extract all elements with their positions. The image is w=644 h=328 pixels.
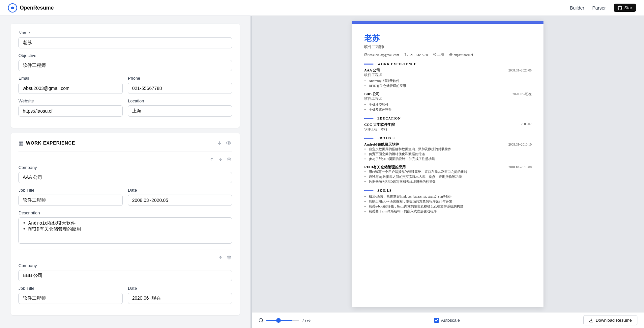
move-down-button[interactable] — [216, 140, 223, 146]
resume-bullet-item: 自定义数据库的搭建和数据查询、添加及数据的封装操作 — [369, 147, 532, 151]
resume-bullet-item: 数据来源为RFID读写器和天线读进来的标签数 — [369, 179, 532, 184]
resume-school-1: CCC 大学软件学院 — [364, 122, 395, 127]
resume-bullet-item: Android在线聊天软件 — [369, 79, 532, 83]
work-experience-section: ▦ WORK EXPERIENCE — [11, 133, 240, 315]
resume-location: 上海 — [433, 52, 444, 57]
zoom-slider[interactable] — [266, 320, 299, 321]
resume-phone: 021-55667788 — [404, 52, 428, 57]
resume-work-1-header: AAA 公司 2008.03~2020.05 — [364, 68, 532, 73]
svg-point-4 — [434, 54, 435, 55]
phone-group: Phone — [128, 76, 232, 98]
resume-project-date-1: 2008.03~2010.10 — [509, 143, 532, 146]
resume-bullet-item: 手机多媒体软件 — [369, 107, 532, 112]
download-resume-button[interactable]: Download Resume — [583, 315, 637, 325]
navbar: OpenResume Builder Parser Star — [0, 0, 644, 16]
location-input[interactable] — [128, 105, 232, 117]
name-input[interactable] — [18, 37, 232, 48]
resume-company-2: BBB 公司 — [364, 92, 380, 96]
date-2-label: Date — [128, 286, 232, 291]
work-section-line — [364, 64, 373, 65]
resume-project-2: RFID有关仓储管理的应用 2010.10~2013.08 用c#编写一个用户端… — [364, 165, 532, 184]
company-2-input[interactable] — [18, 270, 232, 281]
company-1-input[interactable] — [18, 172, 232, 183]
phone-icon — [404, 53, 408, 56]
resume-jobtitle-1: 软件工程师 — [364, 73, 532, 77]
builder-link[interactable]: Builder — [570, 5, 584, 11]
entry-1-move-down-button[interactable] — [218, 156, 223, 162]
email-input[interactable] — [18, 83, 123, 94]
resume-work-1: AAA 公司 2008.03~2020.05 软件工程师 Android在线聊天… — [364, 68, 532, 88]
resume-bullet-item: 熟悉基于arm体系结构下的嵌入式底层驱动程序 — [369, 209, 532, 214]
eye-icon — [226, 140, 231, 146]
preview-content: 老苏 软件工程师 wbsu2003@gmail.com 021-55667788 — [252, 16, 644, 312]
resume-date-1: 2008.03~2020.05 — [509, 68, 532, 72]
resume-edu-1-header: CCC 大学软件学院 2008.07 — [364, 122, 532, 127]
resume-project-1: Android在线聊天软件 2008.03~2010.10 自定义数据库的搭建和… — [364, 142, 532, 161]
trash-icon — [227, 255, 231, 260]
objective-input[interactable] — [18, 60, 232, 71]
resume-skills-bullets: 精通c语言，熟练掌握html, css, javascript, struts2… — [364, 194, 532, 214]
website-input[interactable] — [18, 105, 123, 117]
resume-bullet-item: 熟悉u-boot的移植，linux内核的裁剪及移植以及根文件系统的构建 — [369, 204, 532, 209]
description-1-label: Description — [18, 210, 232, 215]
website-group: Website — [18, 98, 123, 117]
email-phone-row: Email Phone — [18, 76, 232, 98]
objective-group: Objective — [18, 53, 232, 71]
jobtitle-2-input[interactable] — [18, 293, 123, 304]
resume-project-name-1: Android在线聊天软件 — [364, 142, 399, 147]
resume-company-1: AAA 公司 — [364, 68, 380, 73]
zoom-control: 77% — [258, 318, 310, 323]
work-icon: ▦ — [18, 140, 23, 146]
resume-top-bar — [352, 21, 543, 24]
show-hide-button[interactable] — [225, 140, 232, 146]
trash-icon — [227, 157, 231, 162]
parser-link[interactable]: Parser — [592, 5, 606, 11]
arrow-up-icon — [210, 157, 214, 162]
work-section-title: WORK EXPERIENCE — [26, 140, 75, 146]
arrow-down-icon — [218, 157, 223, 162]
section-title-row: ▦ WORK EXPERIENCE — [18, 140, 75, 146]
date-2-input[interactable] — [128, 293, 232, 304]
autoscale-label: Autoscale — [441, 318, 460, 323]
jobtitle-2-label: Job Title — [18, 286, 123, 291]
zoom-value: 77% — [302, 318, 310, 323]
svg-point-2 — [228, 142, 229, 144]
resume-work-2-header: BBB 公司 2020.06~现在 — [364, 92, 532, 96]
project-section-line — [364, 138, 373, 139]
svg-point-1 — [226, 142, 231, 144]
work-section-header: ▦ WORK EXPERIENCE — [18, 140, 232, 146]
entry-2-delete-button[interactable] — [226, 255, 232, 260]
resume-bullet-item: 参与了部分UI页面的设计，并完成了注册功能 — [369, 157, 532, 161]
resume-bullets-2: 手机社交软件 手机多媒体软件 — [364, 102, 532, 112]
resume-bullet-item: 负责页面之间的跳转优化和数据的传递 — [369, 152, 532, 156]
main-layout: Name Objective Email Phone Website — [0, 16, 644, 328]
website-icon — [449, 53, 453, 56]
entry-2-move-up-button[interactable] — [218, 255, 223, 260]
resume-objective: 软件工程师 — [364, 44, 532, 50]
preview-bottom-bar: 77% Autoscale Download Resume — [252, 312, 644, 328]
personal-section: Name Objective Email Phone Website — [11, 24, 240, 128]
resume-project-bullets-1: 自定义数据库的搭建和数据查询、添加及数据的封装操作 负责页面之间的跳转优化和数据… — [364, 147, 532, 161]
description-1-textarea[interactable]: • Android在线聊天软件 • RFID有关仓储管理的应用 — [18, 217, 232, 244]
company-1-group: Company — [18, 165, 232, 183]
entry-1-delete-button[interactable] — [226, 156, 232, 162]
autoscale-checkbox[interactable] — [434, 318, 439, 323]
email-label: Email — [18, 76, 123, 81]
resume-project-name-2: RFID有关仓储管理的应用 — [364, 165, 406, 170]
resume-bullet-item: 熟练运用c/c++语言编程，掌握面向对象的程序设计与开发 — [369, 199, 532, 204]
edu-section-line — [364, 118, 373, 119]
jobtitle-1-input[interactable] — [18, 195, 123, 206]
star-button[interactable]: Star — [614, 4, 636, 12]
phone-input[interactable] — [128, 83, 232, 94]
resume-contact: wbsu2003@gmail.com 021-55667788 上海 — [364, 52, 532, 57]
date-1-group: Date — [128, 188, 232, 210]
date-1-input[interactable] — [128, 195, 232, 206]
name-group: Name — [18, 30, 232, 48]
website-label: Website — [18, 98, 123, 103]
resume-skills-title: SKILLS — [364, 189, 532, 192]
work-entry-1: Company Job Title Date Description • An — [18, 151, 232, 245]
resume-bullet-item: 用c#编写一个用户端操作的管理系统、窗口布局以及窗口之间的跳转 — [369, 170, 532, 174]
resume-project-date-2: 2010.10~2013.08 — [509, 165, 532, 169]
jobtitle-date-2-row: Job Title Date — [18, 286, 232, 309]
entry-1-move-up-button[interactable] — [209, 156, 215, 162]
